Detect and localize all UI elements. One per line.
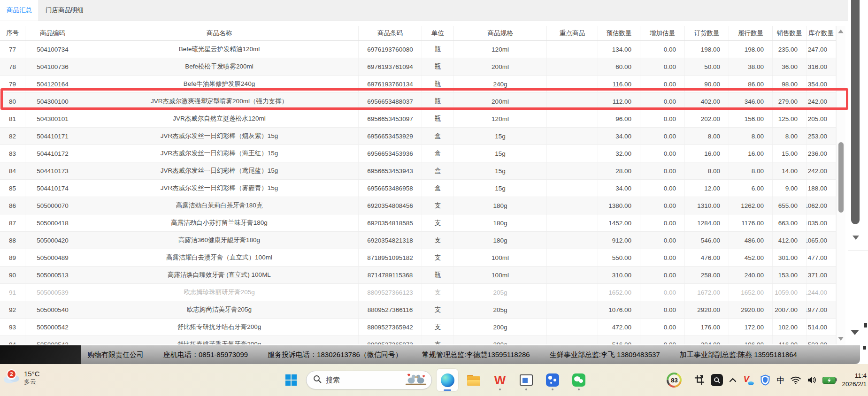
ime-indicator[interactable]: 中	[776, 375, 784, 386]
column-header-9[interactable]: 订货数量	[685, 26, 729, 40]
table-row-85[interactable]: 85504410174JVR杰威尔发丝一日幻彩棒（雾霾青）15g69566534…	[0, 180, 845, 197]
cell-order: 50.00	[685, 58, 729, 75]
cell-no: 94	[0, 336, 25, 344]
v-app-icon[interactable]: V	[743, 374, 754, 386]
crop-tool-icon[interactable]	[694, 375, 705, 385]
cell-no: 88	[0, 232, 25, 249]
cell-code: 504100736	[25, 58, 80, 75]
cell-sales: 1059.00	[773, 284, 807, 301]
cell-unit: 瓶	[422, 76, 454, 92]
taskbar-app-wps[interactable]: W	[489, 369, 511, 391]
cell-sales: 153.00	[773, 267, 807, 283]
column-header-12[interactable]: 库存数量	[807, 26, 836, 40]
table-scrollbar[interactable]	[836, 26, 845, 344]
volume-icon[interactable]	[807, 376, 816, 384]
cell-spec: 200g	[454, 319, 547, 335]
taskbar-app-window[interactable]	[515, 369, 537, 391]
cell-name: JVR杰威尔自然立挺蓬松水120ml	[80, 110, 359, 127]
cell-key	[547, 145, 598, 162]
cell-stock: 242.00	[807, 162, 836, 179]
outer-scroll-bottom-arrow-icon[interactable]	[851, 330, 859, 335]
column-header-0[interactable]: 序号	[0, 26, 25, 40]
table-row-91[interactable]: 91505000539欧志姆珍珠丽研牙膏205g8809527366123支20…	[0, 284, 845, 301]
cell-est: 116.00	[598, 76, 640, 92]
table-row-92[interactable]: 92505000540欧志姆尚洁美牙膏205g8809527366116支205…	[0, 301, 845, 319]
battery-charging-icon[interactable]	[822, 377, 836, 384]
table-row-87[interactable]: 87505000418高露洁劲白小苏打留兰味牙膏180g692035481858…	[0, 214, 845, 232]
clock[interactable]: 11:4 2026/2/1	[842, 372, 867, 388]
cell-add: 0.00	[640, 249, 685, 266]
taskbar-app-file-explorer[interactable]	[463, 369, 484, 391]
taskbar-app-edge[interactable]	[437, 369, 458, 391]
black-search-tool-icon[interactable]	[711, 374, 723, 386]
wifi-icon[interactable]	[791, 376, 801, 384]
table-row-78[interactable]: 78504100736Befe松松干发喷雾200ml6976193761094瓶…	[0, 58, 845, 76]
cell-name: 高露洁360健康牙龈牙膏180g	[80, 232, 359, 249]
cell-order: 198.00	[685, 41, 729, 58]
table-row-84[interactable]: 84504410173JVR杰威尔发丝一日幻彩棒（鸢尾蓝）15g69566534…	[0, 162, 845, 180]
cell-fulfill: 346.00	[729, 93, 773, 110]
cell-add: 0.00	[640, 58, 685, 75]
table-row-86[interactable]: 86505000070高露洁劲白茉莉白茶牙膏180克6920354808456支…	[0, 197, 845, 214]
cell-name: 高露洁焕白臻效牙膏 (直立式) 100ML	[80, 267, 359, 283]
system-tray: 83 V	[667, 369, 868, 391]
table-row-82[interactable]: 82504410171JVR杰威尔发丝一日幻彩棒（烟灰紫）15g69566534…	[0, 128, 845, 145]
column-header-5[interactable]: 商品规格	[454, 26, 547, 40]
column-header-7[interactable]: 预估数量	[598, 26, 640, 40]
column-header-4[interactable]: 单位	[422, 26, 454, 40]
cell-code: 505000418	[25, 214, 80, 231]
table-row-80[interactable]: 80504300100JVR杰威尔激爽强塑定型喷雾200ml（强力支撑）6956…	[0, 93, 845, 110]
table-row-79[interactable]: 79504120164Befe牛油果修护发膜240g6976193760134瓶…	[0, 76, 845, 93]
cell-est: 1380.00	[598, 197, 640, 214]
column-header-10[interactable]: 履行数量	[729, 26, 773, 40]
table-row-88[interactable]: 88505000420高露洁360健康牙龈牙膏180g6920354821318…	[0, 232, 845, 249]
scroll-up-arrow-icon[interactable]	[838, 30, 844, 33]
cell-add: 0.00	[640, 267, 685, 283]
table-row-93[interactable]: 93505000542舒比拓专研抗牙结石牙膏200g8809527365942支…	[0, 319, 845, 336]
score-ring-icon[interactable]: 83	[667, 373, 682, 388]
cell-code: 505000542	[25, 319, 80, 335]
cell-sales: 36.00	[773, 58, 807, 75]
cell-code: 505000543	[25, 336, 80, 344]
active-app-indicator	[444, 389, 451, 391]
weather-widget[interactable]: 2 15°C 多云	[3, 370, 40, 386]
column-header-3[interactable]: 商品条码	[359, 26, 422, 40]
tab-store-product-detail[interactable]: 门店商品明细	[39, 0, 90, 21]
table-row-81[interactable]: 81504300101JVR杰威尔自然立挺蓬松水120ml69566534530…	[0, 110, 845, 128]
column-header-8[interactable]: 增加估量	[640, 26, 685, 40]
cell-unit: 支	[422, 336, 454, 344]
cell-est: 550.00	[598, 249, 640, 266]
scroll-down-arrow-icon[interactable]	[838, 337, 844, 341]
table-scrollbar-thumb[interactable]	[838, 142, 844, 213]
cell-stock: 477.00	[807, 249, 836, 266]
hidden-icons-chevron-icon[interactable]	[729, 377, 737, 383]
table-row-83[interactable]: 83504410172JVR杰威尔发丝一日幻彩棒（海王红）15g69566534…	[0, 145, 845, 162]
taskbar-app-wechat[interactable]	[568, 369, 590, 391]
table-row-77[interactable]: 77504100734Befe琉光星云护发精油120ml697619376008…	[0, 41, 845, 58]
cell-unit: 瓶	[422, 267, 454, 283]
table-row-89[interactable]: 89505000489高露洁耀白去渍牙膏（直立式）100ml8718951095…	[0, 249, 845, 267]
column-header-11[interactable]: 销售数量	[773, 26, 807, 40]
security-shield-icon[interactable]	[760, 374, 770, 386]
weather-temperature: 15°C	[24, 370, 40, 378]
column-header-2[interactable]: 商品名称	[80, 26, 359, 40]
cell-no: 81	[0, 110, 25, 127]
cell-no: 89	[0, 249, 25, 266]
tab-product-summary[interactable]: 商品汇总	[0, 0, 39, 21]
column-header-1[interactable]: 商品编码	[25, 26, 80, 40]
table-row-90[interactable]: 90505000513高露洁焕白臻效牙膏 (直立式) 100ML87147891…	[0, 267, 845, 284]
cell-no: 83	[0, 145, 25, 162]
cell-no: 84	[0, 162, 25, 179]
taskbar-app-dots[interactable]	[542, 369, 563, 391]
cell-barcode: 6956653488037	[359, 93, 422, 110]
cell-est: 34.00	[598, 128, 640, 145]
cell-stock: 1062.00	[807, 197, 836, 214]
table-row-94[interactable]: 94505000543舒比拓春桃茉香无氟牙膏200g8809527365973支…	[0, 336, 845, 344]
column-header-6[interactable]: 重点商品	[547, 26, 598, 40]
cell-barcode: 6976193760134	[359, 76, 422, 92]
outer-scroll-down-arrow-icon[interactable]	[853, 236, 859, 240]
outer-scrollbar-thumb[interactable]	[851, 0, 860, 224]
search-input[interactable]: 搜索	[306, 371, 432, 389]
start-button[interactable]	[281, 370, 301, 390]
cell-name: 欧志姆珍珠丽研牙膏205g	[80, 284, 359, 301]
